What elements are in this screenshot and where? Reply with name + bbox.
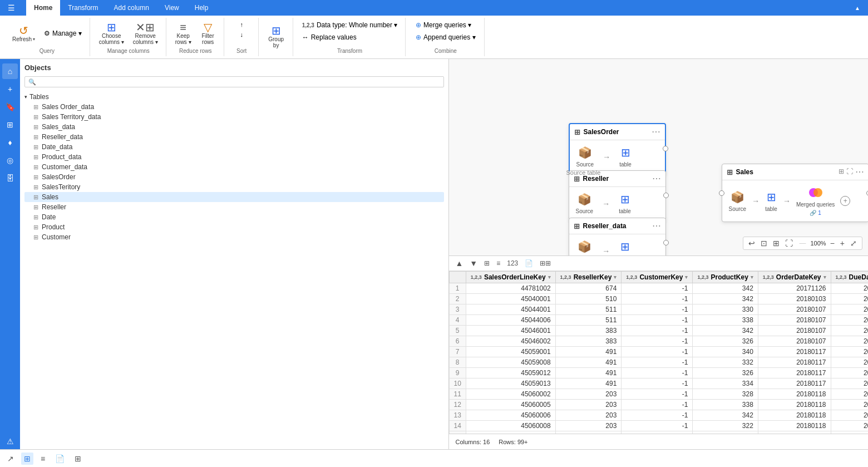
table-row[interactable]: 1245060005203-13382018011820180128201801… [449, 400, 868, 410]
link-btn[interactable]: ↗ [4, 453, 17, 465]
sidebar-item-date[interactable]: ⊞Date [24, 212, 444, 222]
sidebar-item-customer-data[interactable]: ⊞Customer_data [24, 162, 444, 172]
append-queries-button[interactable]: ⊕ Append queries ▾ [412, 32, 479, 42]
sidebar-item-product[interactable]: ⊞Product [24, 222, 444, 232]
nav-up-btn[interactable]: ▲ [453, 258, 466, 269]
node-rd-source[interactable]: 📦 Source [576, 240, 594, 255]
choose-columns-button[interactable]: ⊞ Choosecolumns ▾ [96, 20, 127, 47]
table-row[interactable]: 144781002674-134220171126201712062017120… [449, 283, 868, 294]
table-row[interactable]: 945059012491-132620180117201801272018012… [449, 368, 868, 378]
table-row[interactable]: 645046002383-132620180107201801172018011… [449, 336, 868, 347]
remove-columns-button[interactable]: ✕⊞ Removecolumns ▾ [130, 20, 161, 47]
table-row[interactable]: 1445060008203-13222018011820180128201801… [449, 421, 868, 431]
tab-transform[interactable]: Transform [60, 0, 106, 16]
layout-btn[interactable]: ⊞ [771, 239, 781, 248]
table-row[interactable]: 1345060006203-13422018011820180128201801… [449, 410, 868, 421]
sidebar-item-sales[interactable]: ⊞Sales [24, 192, 444, 202]
keep-rows-button[interactable]: ≡ Keeprows ▾ [172, 20, 195, 47]
sidebar-item-reseller-data[interactable]: ⊞Reseller_data [24, 132, 444, 142]
node-salesorder-more[interactable]: ⋯ [652, 127, 660, 136]
col-header-salesorderlinekey[interactable]: 1,2,3SalesOrderLineKey▾ [466, 272, 555, 283]
tab-help[interactable]: Help [187, 0, 216, 16]
col-header-productkey[interactable]: 1,2,3ProductKey▾ [693, 272, 758, 283]
refresh-button[interactable]: ↺ Refresh ▾ [9, 23, 38, 44]
doc-btn[interactable]: 📄 [52, 453, 67, 465]
nav-bookmark-icon[interactable]: 🔖 [2, 99, 18, 115]
sidebar-item-salesorder[interactable]: ⊞SalesOrder [24, 172, 444, 182]
fullscreen-btn[interactable]: ⤢ [849, 239, 859, 248]
table-row[interactable]: 1145060002203-13282018011820180128201801… [449, 389, 868, 400]
table-row[interactable]: 245040001510-134220180103201801132018011… [449, 294, 868, 304]
sidebar-item-sales-data[interactable]: ⊞Sales_data [24, 122, 444, 132]
node-rd-more[interactable]: ⋯ [652, 222, 661, 230]
nav-circle-icon[interactable]: ◎ [2, 153, 18, 168]
nav-down-btn[interactable]: ▼ [467, 258, 480, 269]
tab-home[interactable]: Home [26, 0, 60, 16]
sort-asc-button[interactable]: ↑ [236, 20, 246, 29]
ribbon-tab-home[interactable]: ☰ [0, 0, 26, 16]
nav-diamond-icon[interactable]: ♦ [2, 135, 18, 150]
fit-btn[interactable]: ⊡ [759, 239, 769, 248]
node-reseller-data[interactable]: ⊞ Reseller_data ⋯ 📦 Source → ⊞ table [569, 218, 666, 255]
col-header-duedatekey[interactable]: 1,2,3DueDateKey▾ [831, 272, 868, 283]
replace-values-button[interactable]: ↔ Replace values [299, 32, 360, 42]
sales-expand-icon[interactable]: ⛶ [846, 168, 853, 176]
sales-add-step-button[interactable]: + [840, 196, 850, 206]
tab-add-column[interactable]: Add column [106, 0, 157, 16]
col-header-orderdatekey[interactable]: 1,2,3OrderDateKey▾ [758, 272, 831, 283]
sort-desc-button[interactable]: ↓ [236, 30, 246, 39]
sidebar-item-product-data[interactable]: ⊞Product_data [24, 152, 444, 162]
table-row[interactable]: 1045059013491-13342018011720180127201801… [449, 378, 868, 389]
sidebar-item-sales-territory-data[interactable]: ⊞Sales Territory_data [24, 112, 444, 122]
nav-warning-icon[interactable]: ⚠ [2, 434, 18, 449]
sidebar-item-reseller[interactable]: ⊞Reseller [24, 202, 444, 212]
sidebar-item-salesteritory[interactable]: ⊞SalesTeritory [24, 182, 444, 192]
sidebar-search[interactable] [24, 76, 444, 87]
tab-view[interactable]: View [157, 0, 187, 16]
manage-button[interactable]: ⚙Manage ▾ [41, 28, 85, 38]
nav-home-icon[interactable]: ⌂ [2, 63, 18, 79]
filter-rows-button[interactable]: ▽ Filterrows [197, 20, 219, 47]
table-row[interactable]: 345044001511-133020180107201801172018011… [449, 304, 868, 315]
data-type-button[interactable]: 1,2,3 Data type: Whole number ▾ [299, 20, 401, 30]
node-sales[interactable]: ⊞ Sales ⊞ ⛶ ⋯ 📦 Source → [722, 164, 869, 222]
node-salesorder-source[interactable]: 📦 Source [576, 146, 594, 168]
node-sales-merged[interactable]: Merged queries 🔗 1 [796, 186, 835, 216]
table-view-btn[interactable]: ⊞ [21, 453, 33, 465]
zoom-in-btn[interactable]: + [839, 239, 846, 248]
tables-section-header[interactable]: ▾ Tables [24, 92, 444, 102]
merge-queries-button[interactable]: ⊕ Merge queries ▾ [412, 20, 475, 30]
nav-add-icon[interactable]: + [2, 81, 18, 97]
node-sales-source[interactable]: 📦 Source [729, 190, 747, 212]
nav-grid-icon[interactable]: ⊞ [2, 117, 18, 132]
node-salesorder[interactable]: ⊞ SalesOrder ⋯ 📦 Source → ⊞ table [569, 123, 666, 174]
zoom-out-btn[interactable]: − [828, 239, 836, 248]
table-row[interactable]: 545046001383-134220180107201801172018011… [449, 326, 868, 336]
query-canvas[interactable]: ⊞ SalesOrder ⋯ 📦 Source → ⊞ table [449, 59, 869, 255]
table-row[interactable]: 445044006511-133820180107201801172018011… [449, 315, 868, 326]
node-salesorder-table[interactable]: ⊞ table [619, 146, 632, 168]
sidebar-item-sales-order-data[interactable]: ⊞Sales Order_data [24, 102, 444, 112]
list-view-btn[interactable]: ≡ [38, 453, 48, 465]
node-reseller-source[interactable]: 📦 Source [576, 193, 594, 214]
group-by-button[interactable]: ⊞ Groupby [265, 23, 287, 50]
split-btn[interactable]: ⊞ [72, 453, 84, 465]
undo-btn[interactable]: ↩ [747, 239, 757, 248]
table-row[interactable]: 745059001491-134020180117201801272018012… [449, 347, 868, 357]
node-reseller-more[interactable]: ⋯ [652, 174, 661, 183]
sidebar-item-date-data[interactable]: ⊞Date_data [24, 142, 444, 152]
node-sales-table[interactable]: ⊞ table [765, 190, 777, 212]
grid-scroll[interactable]: 1,2,3SalesOrderLineKey▾1,2,3ResellerKey▾… [449, 271, 869, 434]
node-rd-table[interactable]: ⊞ table [619, 240, 631, 255]
sales-copy-icon[interactable]: ⊞ [839, 168, 844, 176]
col-header-resellerkey[interactable]: 1,2,3ResellerKey▾ [555, 272, 622, 283]
table-row[interactable]: 845059008491-133220180117201801272018012… [449, 357, 868, 368]
nav-db-icon[interactable]: 🗄 [2, 170, 18, 186]
collapse-ribbon[interactable]: ▲ [847, 0, 868, 16]
node-reseller-table[interactable]: ⊞ table [619, 193, 631, 214]
sidebar-item-customer[interactable]: ⊞Customer [24, 232, 444, 242]
expand-btn[interactable]: ⛶ [783, 239, 795, 248]
col-header-customerkey[interactable]: 1,2,3CustomerKey▾ [622, 272, 693, 283]
node-reseller[interactable]: ⊞ Reseller ⋯ 📦 Source → ⊞ table [569, 170, 666, 220]
node-sales-more[interactable]: ⋯ [855, 168, 864, 176]
